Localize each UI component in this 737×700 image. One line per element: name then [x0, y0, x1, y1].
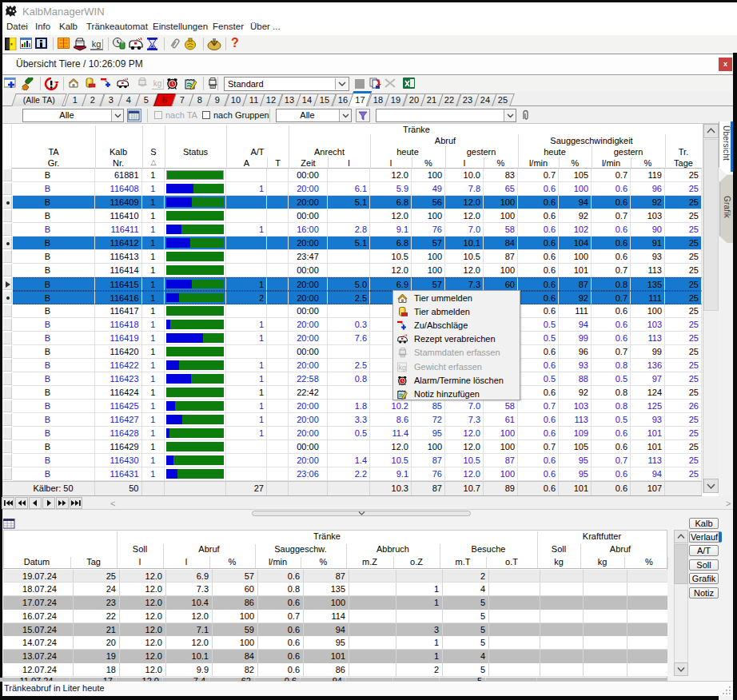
- svg-text:kg: kg: [399, 364, 407, 372]
